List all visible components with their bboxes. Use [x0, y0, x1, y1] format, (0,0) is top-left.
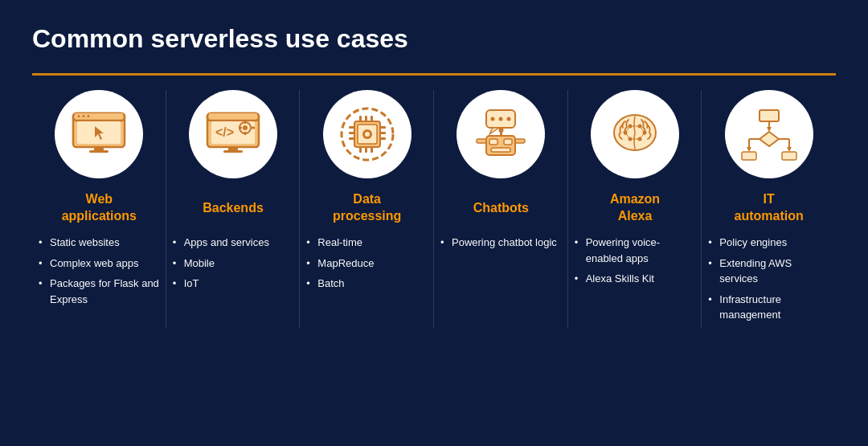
svg-point-5 [83, 115, 85, 117]
category-title-backends: Backends [173, 191, 294, 225]
svg-rect-46 [489, 139, 497, 145]
bullet-apps-services: Apps and services [173, 235, 294, 251]
top-divider [32, 73, 836, 76]
icon-chatbots [457, 90, 545, 178]
svg-rect-33 [365, 116, 367, 121]
bullet-realtime: Real-time [306, 235, 428, 251]
icon-data-processing [323, 90, 411, 178]
svg-rect-73 [742, 152, 756, 160]
icon-backends: </> [189, 90, 277, 178]
svg-point-16 [243, 125, 248, 130]
bullet-list-it-automation: Policy engines Extending AWS services In… [708, 235, 829, 323]
column-chatbots: Chatbots Powering chatbot logic [434, 90, 568, 328]
bullet-iot: IoT [173, 276, 294, 292]
svg-rect-29 [380, 126, 386, 129]
bullet-chatbot-logic: Powering chatbot logic [440, 235, 562, 251]
svg-point-50 [499, 128, 504, 133]
svg-rect-2 [75, 113, 123, 117]
bullet-extending-aws: Extending AWS services [708, 256, 829, 287]
category-title-chatbots: Chatbots [440, 191, 562, 225]
bullet-alexa-skills: Alexa Skills Kit [575, 271, 696, 287]
bullet-complex-web-apps: Complex web apps [39, 256, 160, 272]
svg-rect-35 [359, 147, 362, 153]
svg-rect-18 [244, 132, 247, 135]
svg-rect-31 [380, 137, 386, 140]
bullet-mapreduce: MapReduce [306, 256, 428, 272]
svg-point-43 [499, 117, 503, 121]
svg-rect-17 [244, 121, 247, 124]
bullet-list-chatbots: Powering chatbot logic [440, 235, 562, 251]
bullet-list-data-processing: Real-time MapReduce Batch [306, 235, 428, 292]
svg-rect-36 [365, 147, 367, 153]
svg-marker-72 [747, 147, 751, 152]
bullet-list-amazon-alexa: Powering voice-enabled apps Alexa Skills… [575, 235, 696, 287]
svg-rect-28 [349, 137, 354, 140]
category-title-web-applications: Webapplications [39, 191, 160, 225]
bullet-list-backends: Apps and services Mobile IoT [173, 235, 294, 292]
svg-rect-12 [209, 113, 257, 117]
svg-rect-47 [504, 139, 512, 145]
column-web-applications: Webapplications Static websites Complex … [32, 90, 166, 328]
svg-rect-30 [380, 132, 386, 134]
svg-rect-52 [515, 139, 525, 143]
svg-marker-69 [760, 132, 779, 146]
bullet-list-web-applications: Static websites Complex web apps Package… [39, 235, 160, 307]
svg-rect-9 [89, 150, 108, 153]
icon-amazon-alexa [591, 90, 679, 178]
svg-rect-26 [349, 126, 354, 129]
bullet-flask-express: Packages for Flask and Express [39, 276, 160, 307]
icon-it-automation [725, 90, 813, 178]
svg-rect-20 [239, 127, 242, 129]
column-it-automation: ITautomation Policy engines Extending AW… [702, 90, 836, 328]
svg-point-42 [491, 117, 495, 121]
svg-point-4 [78, 115, 80, 117]
column-data-processing: Dataprocessing Real-time MapReduce Batch [300, 90, 434, 328]
bullet-static-websites: Static websites [39, 235, 160, 251]
bullet-infrastructure-mgmt: Infrastructure management [708, 292, 829, 323]
svg-rect-77 [782, 152, 796, 160]
svg-point-44 [507, 117, 511, 121]
svg-rect-27 [349, 132, 354, 134]
svg-rect-48 [491, 148, 510, 152]
icon-web-applications [55, 90, 143, 178]
category-title-it-automation: ITautomation [708, 191, 829, 225]
category-title-data-processing: Dataprocessing [306, 191, 428, 225]
category-title-amazon-alexa: AmazonAlexa [575, 191, 696, 225]
svg-rect-19 [252, 127, 255, 129]
bullet-voice-apps: Powering voice-enabled apps [575, 235, 696, 266]
bullet-batch: Batch [306, 276, 428, 292]
svg-marker-76 [787, 147, 792, 152]
svg-point-6 [88, 115, 90, 117]
page-title: Common serverless use cases [32, 24, 836, 54]
svg-rect-32 [359, 116, 362, 121]
svg-rect-22 [223, 150, 243, 153]
use-cases-grid: Webapplications Static websites Complex … [32, 90, 836, 328]
svg-text:</>: </> [215, 125, 234, 139]
svg-rect-34 [371, 116, 373, 121]
svg-rect-37 [371, 147, 373, 153]
svg-rect-66 [760, 110, 779, 121]
svg-rect-51 [477, 139, 486, 143]
page-container: Common serverless use cases [0, 0, 868, 344]
bullet-mobile: Mobile [173, 256, 294, 272]
column-amazon-alexa: AmazonAlexa Powering voice-enabled apps … [568, 90, 702, 328]
svg-marker-41 [489, 128, 499, 134]
bullet-policy-engines: Policy engines [708, 235, 829, 251]
column-backends: </> Backends Apps and services Mobile [166, 90, 301, 328]
svg-point-39 [365, 132, 370, 137]
